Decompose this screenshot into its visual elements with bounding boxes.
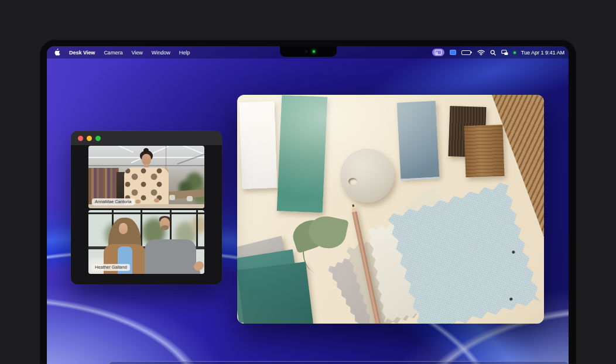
menu-item-help[interactable]: Help: [179, 50, 190, 56]
background-window-top-edge: [108, 361, 569, 364]
person-hand: [135, 200, 141, 204]
chair: [169, 195, 175, 200]
video-tile-heather: Heather Galland: [88, 210, 204, 274]
apple-logo-icon[interactable]: [54, 49, 60, 56]
screen-mirroring-icon[interactable]: [450, 50, 456, 55]
menu-item-camera[interactable]: Camera: [104, 50, 122, 56]
participant-name-label: Heather Galland: [92, 264, 130, 271]
menu-item-window[interactable]: Window: [152, 50, 170, 56]
facetime-camera: [305, 50, 307, 53]
window-mullion: [88, 212, 204, 214]
menu-bar-status: Tue Apr 1 9:41 AM: [432, 46, 564, 59]
macbook-screen: AnnaMae Cantoria: [47, 46, 569, 364]
camera-indicator-light: [313, 50, 315, 53]
window-mullion: [196, 210, 198, 249]
menu-item-view[interactable]: View: [131, 50, 142, 56]
person-hair-bun: [143, 148, 149, 153]
clothing-rack-bar: [88, 167, 120, 168]
desk-view-window: [237, 95, 544, 324]
video-call-window: AnnaMae Cantoria: [71, 131, 222, 284]
chair: [187, 196, 193, 201]
menu-item-app[interactable]: Desk View: [69, 50, 95, 56]
participant-name-label: AnnaMae Cantoria: [92, 198, 135, 205]
display-notch: [280, 46, 337, 57]
battery-icon[interactable]: [461, 50, 472, 55]
call-window-titlebar[interactable]: [71, 131, 222, 145]
person-face: [119, 223, 128, 234]
display-stack-icon[interactable]: [501, 50, 508, 56]
search-icon[interactable]: [490, 50, 496, 56]
video-tile-annamae: AnnaMae Cantoria: [88, 146, 204, 208]
person-hand: [154, 198, 159, 202]
desk-vignette: [237, 95, 544, 324]
menu-bar-left: Desk View Camera View Window Help: [54, 49, 190, 56]
tree-blob: [191, 216, 204, 233]
menu-bar-clock[interactable]: Tue Apr 1 9:41 AM: [521, 50, 564, 56]
camera-active-indicator: [514, 51, 516, 54]
zoom-button[interactable]: [95, 136, 101, 141]
person-stubble: [161, 225, 169, 230]
desk-view-active-icon[interactable]: [432, 49, 444, 56]
wifi-icon[interactable]: [477, 50, 485, 56]
marketing-stage: AnnaMae Cantoria: [0, 0, 616, 364]
video-tiles: AnnaMae Cantoria: [88, 146, 204, 274]
minimize-button[interactable]: [87, 136, 92, 141]
pendant-cord: [166, 146, 166, 167]
close-button[interactable]: [78, 136, 83, 141]
